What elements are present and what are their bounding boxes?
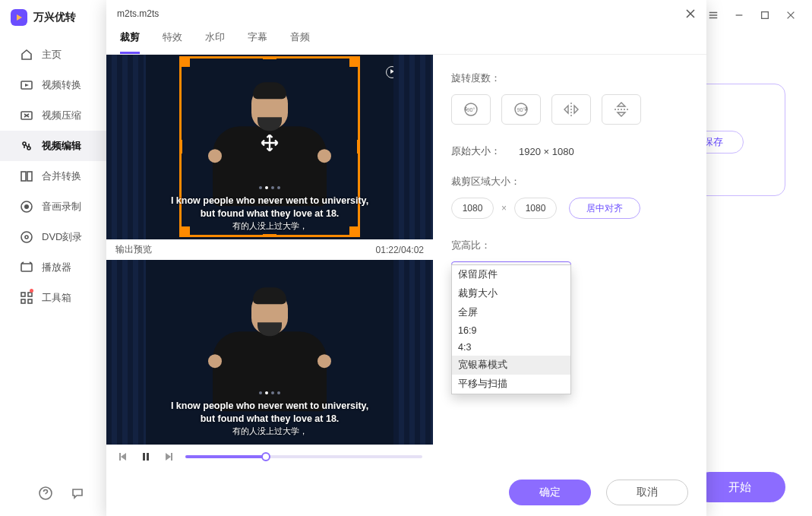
sidebar-item-toolbox[interactable]: 工具箱 (0, 283, 106, 313)
svg-rect-7 (21, 172, 26, 181)
svg-rect-22 (147, 453, 149, 461)
preview-column: 秒拍 I know people who never went to unive… (106, 55, 433, 514)
sidebar-item-label: 主页 (42, 48, 62, 62)
svg-rect-24 (171, 453, 172, 461)
menu-icon[interactable] (707, 9, 719, 21)
svg-text:90°: 90° (467, 107, 476, 112)
flip-horizontal-button[interactable] (551, 94, 591, 125)
tab-1[interactable]: 特效 (163, 30, 182, 54)
ratio-option[interactable]: 裁剪大小 (452, 284, 570, 303)
seek-slider[interactable] (185, 455, 422, 458)
brand: 万兴优转 (0, 0, 106, 40)
source-video[interactable]: 秒拍 I know people who never went to unive… (106, 55, 433, 239)
rotate-cw-button[interactable]: 90° (501, 94, 541, 125)
svg-text:90°: 90° (517, 107, 526, 112)
svg-marker-1 (17, 14, 22, 21)
svg-point-12 (25, 236, 28, 239)
sidebar-footer (0, 486, 106, 501)
svg-marker-23 (166, 453, 171, 461)
tab-0[interactable]: 裁剪 (120, 30, 140, 54)
next-frame-button[interactable] (163, 451, 175, 463)
svg-rect-0 (762, 12, 769, 19)
close-window-icon[interactable] (785, 9, 797, 21)
dialog-title: m2ts.m2ts (117, 8, 159, 19)
sidebar-item-dvd[interactable]: DVD刻录 (0, 222, 106, 252)
ratio-option[interactable]: 保留原件 (452, 265, 570, 284)
sidebar: 万兴优转 主页视频转换视频压缩视频编辑合并转换音画录制DVD刻录播放器工具箱 (0, 0, 106, 516)
preview-bar: 输出预览 01:22/04:02 (106, 239, 433, 260)
cancel-button[interactable]: 取消 (606, 480, 688, 505)
subtitle-overlay: I know people who never went to universi… (106, 400, 433, 437)
svg-rect-14 (21, 293, 25, 296)
aspect-ratio-label: 宽高比： (451, 239, 688, 252)
sidebar-item-edit[interactable]: 视频编辑 (0, 131, 106, 161)
svg-rect-21 (143, 453, 145, 461)
feedback-icon[interactable] (70, 486, 85, 501)
edit-icon (20, 139, 33, 153)
sidebar-nav: 主页视频转换视频压缩视频编辑合并转换音画录制DVD刻录播放器工具箱 (0, 40, 106, 313)
rotate-label: 旋转度数： (451, 71, 688, 85)
editor-dialog: m2ts.m2ts 裁剪特效水印字幕音频 秒拍 I know people wh… (106, 0, 706, 516)
original-size-label: 原始大小： (451, 144, 501, 158)
home-icon (20, 48, 33, 62)
svg-point-11 (21, 232, 32, 242)
ratio-option[interactable]: 4:3 (452, 339, 570, 356)
editor-body: 秒拍 I know people who never went to unive… (106, 55, 706, 514)
watermark-badge: 秒拍 (386, 65, 422, 78)
crop-height-input[interactable] (514, 198, 557, 219)
center-align-button[interactable]: 居中对齐 (569, 198, 640, 219)
start-button[interactable]: 开始 (694, 472, 785, 502)
svg-rect-8 (27, 172, 32, 181)
svg-point-5 (23, 142, 26, 145)
dialog-titlebar: m2ts.m2ts (106, 0, 706, 23)
minimize-icon[interactable] (733, 9, 745, 21)
flip-vertical-button[interactable] (602, 94, 641, 125)
watermark-text: 秒拍 (401, 65, 422, 78)
dialog-close-icon[interactable] (685, 8, 696, 19)
toolbox-icon (20, 291, 33, 305)
sidebar-item-player[interactable]: 播放器 (0, 252, 106, 283)
sidebar-item-label: 工具箱 (42, 291, 71, 305)
sidebar-item-compress[interactable]: 视频压缩 (0, 100, 106, 131)
ratio-option[interactable]: 宽银幕模式 (452, 356, 570, 375)
subtitle-overlay: I know people who never went to universi… (106, 195, 433, 232)
brand-name: 万兴优转 (33, 11, 76, 24)
ratio-option[interactable]: 16:9 (452, 322, 570, 339)
aspect-ratio-dropdown[interactable]: 保留原件裁剪大小全屏16:94:3宽银幕模式平移与扫描 (451, 264, 571, 394)
sidebar-item-home[interactable]: 主页 (0, 40, 106, 70)
rotate-ccw-button[interactable]: 90° (451, 94, 491, 125)
crop-width-input[interactable] (451, 198, 494, 219)
tab-4[interactable]: 音频 (290, 30, 310, 54)
editor-tabs: 裁剪特效水印字幕音频 (106, 23, 706, 55)
pause-button[interactable] (140, 451, 152, 463)
ok-button[interactable]: 确定 (509, 480, 591, 505)
convert-icon (20, 78, 33, 92)
prev-frame-button[interactable] (117, 451, 129, 463)
carousel-dots (259, 391, 280, 394)
original-size-row: 原始大小： 1920 × 1080 (451, 144, 688, 158)
sidebar-item-label: 视频编辑 (42, 139, 81, 153)
original-size-value: 1920 × 1080 (519, 146, 574, 157)
tab-3[interactable]: 字幕 (248, 30, 267, 54)
help-icon[interactable] (38, 486, 53, 501)
tab-2[interactable]: 水印 (205, 30, 225, 54)
record-icon (20, 200, 33, 214)
sidebar-item-label: 音画录制 (42, 200, 81, 214)
ratio-option[interactable]: 全屏 (452, 303, 570, 322)
move-icon (259, 132, 280, 154)
sidebar-item-record[interactable]: 音画录制 (0, 192, 106, 222)
rotate-buttons: 90° 90° (451, 94, 688, 125)
ratio-option[interactable]: 平移与扫描 (452, 375, 570, 394)
maximize-icon[interactable] (759, 9, 771, 21)
sidebar-item-label: 播放器 (42, 261, 71, 274)
sidebar-item-merge[interactable]: 合并转换 (0, 161, 106, 192)
sidebar-item-label: 视频压缩 (42, 109, 81, 122)
notification-dot (30, 289, 33, 293)
svg-marker-3 (25, 84, 29, 87)
sidebar-item-label: 视频转换 (42, 78, 81, 92)
svg-rect-15 (28, 293, 32, 296)
compress-icon (20, 109, 33, 122)
svg-rect-16 (21, 299, 25, 303)
times-symbol: × (501, 203, 507, 214)
sidebar-item-convert[interactable]: 视频转换 (0, 70, 106, 100)
